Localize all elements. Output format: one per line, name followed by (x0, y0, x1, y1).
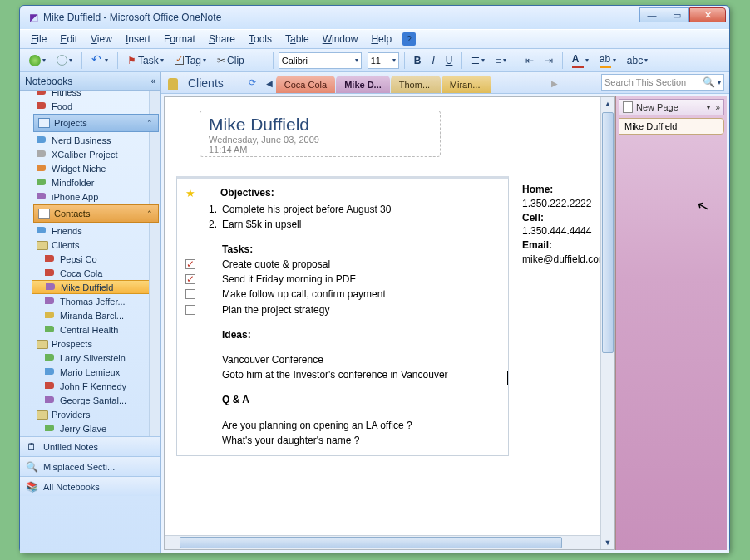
projects-section-header[interactable]: Projects⌃ (33, 114, 159, 132)
toolbar: ▾ ▾ ▾ ⚑Task▾ Tag▾ ✂Clip Calibri▾ 11▾ B I… (20, 49, 729, 72)
client-item[interactable]: Pepsi Co (32, 252, 160, 266)
client-item[interactable]: Miranda Barcl... (32, 308, 160, 322)
app-window: ◩ Mike Duffield - Microsoft Office OneNo… (19, 5, 730, 553)
help-icon[interactable]: ? (402, 32, 416, 46)
tab-scroll-left[interactable]: ◀ (263, 79, 276, 88)
menu-share[interactable]: Share (203, 32, 241, 47)
menu-insert[interactable]: Insert (120, 32, 156, 47)
scroll-thumb[interactable] (602, 112, 614, 353)
checkbox-icon[interactable] (185, 289, 195, 299)
minimize-button[interactable]: — (639, 7, 664, 22)
unfiled-notes-button[interactable]: 🗒Unfiled Notes (20, 436, 160, 456)
vertical-scrollbar[interactable]: ▲ ▼ (600, 97, 614, 549)
notebook-item-friends[interactable]: Friends (32, 224, 160, 238)
prospect-item[interactable]: Mario Lemieux (32, 365, 160, 379)
maximize-button[interactable]: ▭ (664, 7, 689, 22)
page-canvas[interactable]: Mike Duffield Wednesday, June 03, 2009 1… (164, 96, 615, 550)
notebook-item[interactable]: Fitness (32, 91, 160, 99)
font-family-select[interactable]: Calibri▾ (279, 52, 362, 69)
folder-prospects[interactable]: Prospects (32, 336, 160, 351)
reload-icon[interactable]: ⟳ (249, 77, 256, 88)
outdent-button[interactable]: ⇤ (521, 52, 538, 70)
notes-icon: 🗒 (25, 440, 38, 454)
clip-button[interactable]: ✂Clip (213, 52, 249, 70)
page-list-item[interactable]: Mike Duffield (619, 118, 724, 135)
client-item[interactable]: Thomas Jeffer... (32, 294, 160, 308)
menu-view[interactable]: View (85, 32, 118, 47)
new-page-button[interactable]: New Page▾» (619, 99, 724, 115)
menu-edit[interactable]: Edit (54, 32, 83, 47)
folder-clients[interactable]: Clients (32, 238, 160, 252)
prospect-item[interactable]: George Santal... (32, 393, 160, 407)
notebook-item[interactable]: XCaliber Project (32, 147, 160, 161)
hscroll-thumb[interactable] (180, 537, 562, 548)
italic-button[interactable]: I (427, 52, 438, 70)
new-page-icon (623, 101, 633, 113)
menu-format[interactable]: Format (158, 32, 201, 47)
window-title: Mike Duffield - Microsoft Office OneNote (43, 12, 221, 23)
menu-file[interactable]: File (25, 32, 52, 47)
tab-scroll-right[interactable]: ▶ (548, 79, 561, 88)
folder-providers[interactable]: Providers (32, 407, 160, 421)
contacts-section-header[interactable]: Contacts⌃ (33, 204, 159, 223)
page-title-container[interactable]: Mike Duffield Wednesday, June 03, 2009 1… (200, 111, 441, 157)
onenote-icon: ◩ (27, 11, 40, 24)
undo-button[interactable]: ▾ (87, 52, 112, 70)
navigation-sidebar: Notebooks« Fitness Food Projects⌃ Nerd B… (20, 72, 161, 553)
bullets-button[interactable]: ☰▾ (467, 52, 489, 70)
client-item-selected[interactable]: Mike Duffield (32, 280, 160, 294)
tab-coca-cola[interactable]: Coca Cola (276, 76, 335, 93)
prospect-item[interactable]: Larry Silverstein (32, 351, 160, 365)
misplaced-icon: 🔍 (25, 460, 38, 474)
horizontal-scrollbar[interactable] (165, 535, 600, 549)
notebook-item[interactable]: Food (32, 99, 160, 113)
highlight-button[interactable]: ab▾ (595, 52, 620, 70)
tag-button[interactable]: Tag▾ (170, 52, 210, 70)
search-icon[interactable]: 🔍 (703, 76, 715, 88)
page-list-panel: New Page▾» Mike Duffield (615, 96, 727, 550)
notebook-item[interactable]: Widget Niche (32, 161, 160, 175)
search-input[interactable]: Search This Section 🔍▾ (601, 74, 724, 91)
tab-mike-duffield-active[interactable]: Mike D... (336, 76, 390, 93)
close-button[interactable]: ✕ (689, 7, 726, 22)
notebooks-header[interactable]: Notebooks« (20, 72, 160, 91)
tab-thomas[interactable]: Thom... (391, 76, 441, 93)
task-button[interactable]: ⚑Task▾ (123, 52, 168, 70)
menu-help[interactable]: Help (365, 32, 397, 47)
page-date: Wednesday, June 03, 2009 (209, 135, 432, 145)
checkbox-icon[interactable] (185, 305, 195, 315)
note-container[interactable]: ★Objectives: 1.Complete his project befo… (176, 176, 509, 456)
forward-button[interactable]: ▾ (52, 52, 76, 70)
misplaced-sections-button[interactable]: 🔍Misplaced Secti... (20, 456, 160, 476)
prospect-item[interactable]: John F Kennedy (32, 379, 160, 393)
main-area: Clients ⟳ ◀ Coca Cola Mike D... Thom... … (161, 72, 729, 553)
titlebar[interactable]: ◩ Mike Duffield - Microsoft Office OneNo… (20, 6, 729, 29)
provider-item[interactable]: Jerry Glave (32, 421, 160, 435)
scroll-up-icon[interactable]: ▲ (601, 97, 614, 111)
section-name[interactable]: Clients (188, 76, 224, 90)
underline-button[interactable]: U (442, 52, 457, 70)
notebook-item[interactable]: iPhone App (32, 189, 160, 204)
menu-tools[interactable]: Tools (243, 32, 278, 47)
client-item[interactable]: Coca Cola (32, 266, 160, 280)
expand-icon[interactable]: » (715, 103, 720, 112)
menu-table[interactable]: Table (279, 32, 315, 47)
client-item[interactable]: Central Health (32, 322, 160, 336)
section-color-icon (168, 78, 178, 90)
scroll-down-icon[interactable]: ▼ (601, 536, 614, 549)
menu-window[interactable]: Window (317, 32, 364, 47)
tab-miranda[interactable]: Miran... (442, 76, 491, 93)
font-color-button[interactable]: A▾ (568, 52, 593, 70)
page-title[interactable]: Mike Duffield (209, 115, 432, 135)
notebook-item[interactable]: Nerd Business (32, 133, 160, 147)
checkbox-checked-icon[interactable] (185, 259, 195, 269)
notebook-item[interactable]: Mindfolder (32, 175, 160, 189)
all-notebooks-button[interactable]: 📚All Notebooks (20, 476, 160, 496)
back-button[interactable]: ▾ (25, 52, 50, 70)
indent-button[interactable]: ⇥ (540, 52, 557, 70)
strike-button[interactable]: abє▾ (623, 52, 652, 70)
checkbox-checked-icon[interactable] (185, 274, 195, 284)
bold-button[interactable]: B (410, 52, 426, 70)
numbering-button[interactable]: ≡▾ (491, 52, 510, 70)
font-size-select[interactable]: 11▾ (368, 52, 399, 69)
